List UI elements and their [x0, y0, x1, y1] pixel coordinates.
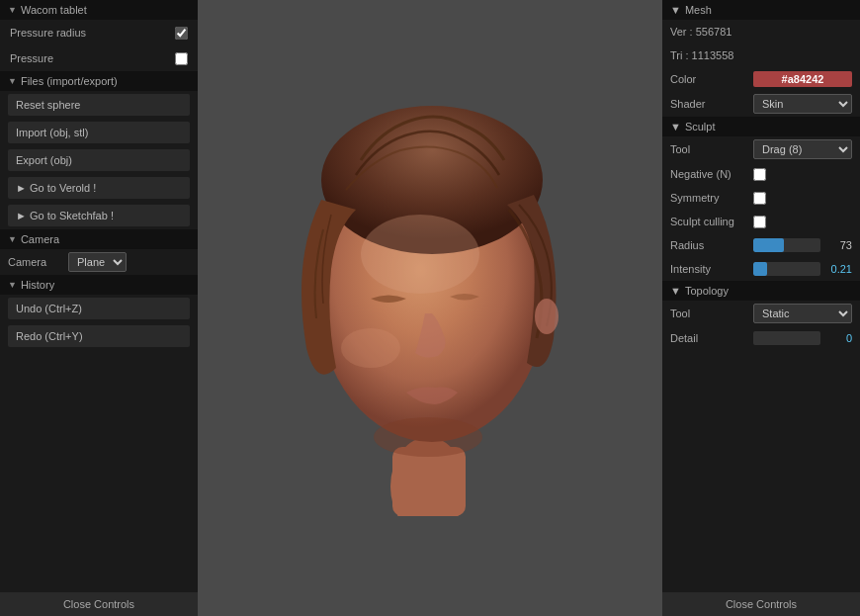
- svg-rect-1: [392, 447, 466, 516]
- negative-checkbox[interactable]: [753, 168, 766, 181]
- mesh-section-label: Mesh: [685, 4, 712, 16]
- intensity-label: Intensity: [670, 263, 749, 275]
- radius-fill: [753, 238, 784, 252]
- pressure-row: Pressure: [0, 45, 198, 71]
- ver-value: 556781: [696, 26, 732, 38]
- tri-label: Tri : 1113558: [670, 49, 749, 61]
- files-section-label: Files (import/export): [21, 75, 118, 87]
- negative-row: Negative (N): [662, 162, 860, 186]
- topo-tool-select[interactable]: Static Dynamic: [753, 304, 852, 323]
- topology-section-label: Topology: [685, 285, 729, 297]
- wacom-arrow-icon: ▼: [8, 5, 17, 15]
- ver-label: Ver : 556781: [670, 26, 749, 38]
- wacom-section-label: Wacom tablet: [21, 4, 87, 16]
- camera-label: Camera: [8, 256, 62, 268]
- wacom-section-header[interactable]: ▼ Wacom tablet: [0, 0, 198, 20]
- files-arrow-icon: ▼: [8, 76, 17, 86]
- export-button[interactable]: Export (obj): [8, 149, 190, 171]
- detail-slider[interactable]: [753, 331, 820, 345]
- pressure-checkbox[interactable]: [175, 52, 188, 65]
- svg-point-5: [341, 328, 400, 368]
- shader-row: Shader Skin Normal Clay: [662, 91, 860, 117]
- history-section-label: History: [21, 279, 54, 291]
- go-verold-button[interactable]: ► Go to Verold !: [8, 177, 190, 199]
- color-row: Color #a84242: [662, 67, 860, 91]
- camera-arrow-icon: ▼: [8, 234, 17, 244]
- color-label: Color: [670, 73, 749, 85]
- radius-row: Radius 73: [662, 233, 860, 257]
- left-close-controls-button[interactable]: Close Controls: [0, 592, 198, 616]
- pressure-radius-row: Pressure radius: [0, 20, 198, 45]
- topology-section-header[interactable]: ▼ Topology: [662, 281, 860, 301]
- right-close-controls-button[interactable]: Close Controls: [662, 592, 860, 616]
- camera-section-header[interactable]: ▼ Camera: [0, 229, 198, 249]
- svg-point-4: [361, 215, 479, 294]
- sculpt-section-header[interactable]: ▼ Sculpt: [662, 117, 860, 136]
- left-panel: ▼ Wacom tablet Pressure radius Pressure …: [0, 0, 198, 616]
- reset-sphere-button[interactable]: Reset sphere: [8, 94, 190, 116]
- pressure-label: Pressure: [10, 52, 169, 64]
- mesh-arrow-icon: ▼: [670, 4, 681, 16]
- sculpt-arrow-icon: ▼: [670, 121, 681, 132]
- mesh-section-header[interactable]: ▼ Mesh: [662, 0, 860, 20]
- tri-value: 1113558: [692, 49, 734, 61]
- sculpt-tool-select[interactable]: Drag (8) Smooth Flatten Inflate: [753, 139, 852, 159]
- camera-row: Camera Plane Orbit Free: [0, 249, 198, 275]
- detail-value: 0: [824, 332, 852, 344]
- svg-point-6: [374, 417, 482, 457]
- redo-button[interactable]: Redo (Ctrl+Y): [8, 325, 190, 347]
- intensity-fill: [753, 262, 767, 276]
- topology-arrow-icon: ▼: [670, 285, 681, 297]
- detail-label: Detail: [670, 332, 749, 344]
- history-section-header[interactable]: ▼ History: [0, 275, 198, 295]
- radius-value: 73: [824, 239, 852, 251]
- negative-label: Negative (N): [670, 168, 749, 180]
- ver-row: Ver : 556781: [662, 20, 860, 44]
- undo-button[interactable]: Undo (Ctrl+Z): [8, 298, 190, 319]
- color-swatch[interactable]: #a84242: [753, 71, 852, 87]
- svg-point-7: [535, 299, 559, 334]
- topo-tool-label: Tool: [670, 308, 749, 319]
- symmetry-label: Symmetry: [670, 192, 749, 204]
- tri-row: Tri : 1113558: [662, 44, 860, 67]
- camera-select[interactable]: Plane Orbit Free: [68, 252, 127, 272]
- right-panel: ▼ Mesh Ver : 556781 Tri : 1113558 Color …: [662, 0, 860, 616]
- sculpt-tool-row: Tool Drag (8) Smooth Flatten Inflate: [662, 136, 860, 162]
- intensity-slider[interactable]: [753, 262, 820, 276]
- detail-row: Detail 0: [662, 326, 860, 350]
- sculpt-culling-label: Sculpt culling: [670, 216, 749, 227]
- shader-select[interactable]: Skin Normal Clay: [753, 94, 852, 114]
- sculpt-culling-checkbox[interactable]: [753, 216, 766, 228]
- intensity-row: Intensity 0.21: [662, 257, 860, 281]
- shader-label: Shader: [670, 98, 749, 110]
- symmetry-row: Symmetry: [662, 186, 860, 210]
- files-section-header[interactable]: ▼ Files (import/export): [0, 71, 198, 91]
- camera-section-label: Camera: [21, 233, 59, 245]
- pressure-radius-label: Pressure radius: [10, 27, 169, 39]
- import-button[interactable]: Import (obj, stl): [8, 122, 190, 143]
- intensity-value: 0.21: [824, 263, 852, 275]
- sculpt-section-label: Sculpt: [685, 121, 716, 132]
- viewport[interactable]: [198, 0, 662, 616]
- head-3d-render: [282, 101, 578, 516]
- sculpt-culling-row: Sculpt culling: [662, 210, 860, 233]
- radius-slider[interactable]: [753, 238, 820, 252]
- symmetry-checkbox[interactable]: [753, 192, 766, 205]
- go-sketchfab-button[interactable]: ► Go to Sketchfab !: [8, 205, 190, 226]
- sculpt-tool-label: Tool: [670, 143, 749, 155]
- pressure-radius-checkbox[interactable]: [175, 27, 188, 40]
- topo-tool-row: Tool Static Dynamic: [662, 301, 860, 326]
- radius-label: Radius: [670, 239, 749, 251]
- history-arrow-icon: ▼: [8, 280, 17, 290]
